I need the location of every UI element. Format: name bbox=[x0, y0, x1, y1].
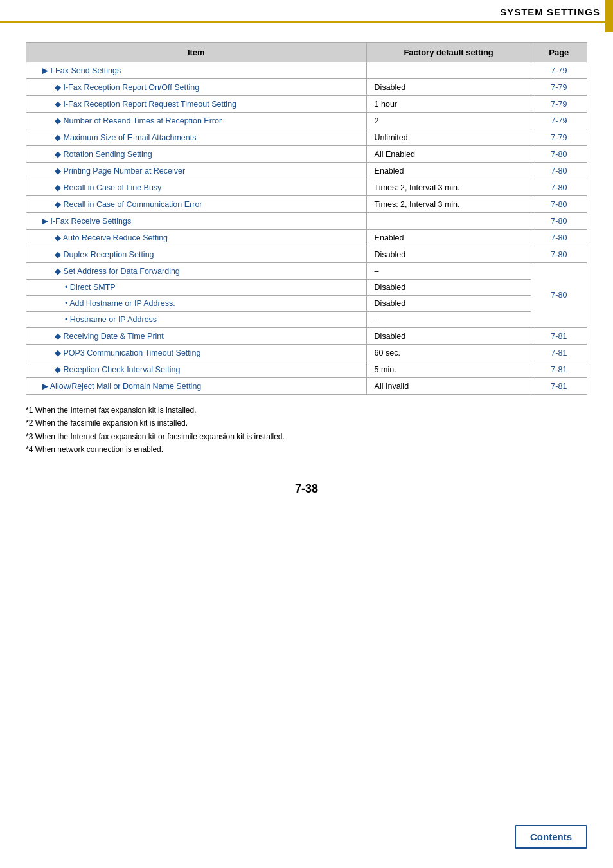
item-cell: ▶ I-Fax Send Settings bbox=[26, 62, 367, 79]
default-cell: 60 sec. bbox=[366, 345, 531, 361]
item-cell: ◆ Receiving Date & Time Print bbox=[26, 328, 367, 345]
table-row: ▶ Allow/Reject Mail or Domain Name Setti… bbox=[26, 378, 587, 395]
header-accent-bar bbox=[605, 0, 613, 32]
default-cell: Unlimited bbox=[366, 129, 531, 146]
table-row: ◆ Printing Page Number at ReceiverEnable… bbox=[26, 163, 587, 179]
default-cell: 2 bbox=[366, 113, 531, 129]
footnote-item: *3 When the Internet fax expansion kit o… bbox=[26, 430, 587, 443]
col-header-factory: Factory default setting bbox=[366, 43, 531, 62]
page-cell: 7-79 bbox=[531, 79, 587, 96]
item-cell: ◆ Recall in Case of Communication Error bbox=[26, 196, 367, 213]
item-cell: ◆ Set Address for Data Forwarding bbox=[26, 263, 367, 280]
page-cell: 7-80 bbox=[531, 213, 587, 230]
page-cell: 7-79 bbox=[531, 96, 587, 113]
table-row: ◆ Recall in Case of Communication ErrorT… bbox=[26, 196, 587, 213]
table-row: • Direct SMTPDisabled bbox=[26, 280, 587, 296]
item-cell: ◆ Rotation Sending Setting bbox=[26, 146, 367, 163]
item-cell: ◆ Recall in Case of Line Busy bbox=[26, 179, 367, 196]
default-cell: Disabled bbox=[366, 79, 531, 96]
table-row: ◆ Duplex Reception SettingDisabled7-80 bbox=[26, 246, 587, 263]
item-cell: • Hostname or IP Address bbox=[26, 312, 367, 328]
default-cell: Disabled bbox=[366, 296, 531, 312]
default-cell: – bbox=[366, 263, 531, 280]
col-header-page: Page bbox=[531, 43, 587, 62]
item-cell: • Direct SMTP bbox=[26, 280, 367, 296]
page-title: SYSTEM SETTINGS bbox=[500, 6, 600, 17]
default-cell bbox=[366, 213, 531, 230]
page-header: SYSTEM SETTINGS bbox=[0, 0, 613, 23]
item-cell: ◆ Duplex Reception Setting bbox=[26, 246, 367, 263]
item-cell: ◆ Number of Resend Times at Reception Er… bbox=[26, 113, 367, 129]
page-cell: 7-80 bbox=[531, 230, 587, 246]
default-cell: Enabled bbox=[366, 230, 531, 246]
item-cell: ◆ Printing Page Number at Receiver bbox=[26, 163, 367, 179]
table-row: ◆ Auto Receive Reduce SettingEnabled7-80 bbox=[26, 230, 587, 246]
page-cell: 7-79 bbox=[531, 113, 587, 129]
table-row: ◆ I-Fax Reception Report Request Timeout… bbox=[26, 96, 587, 113]
footnote-item: *2 When the facsimile expansion kit is i… bbox=[26, 417, 587, 429]
page-cell: 7-80 bbox=[531, 163, 587, 179]
default-cell: All Enabled bbox=[366, 146, 531, 163]
table-row: ▶ I-Fax Send Settings7-79 bbox=[26, 62, 587, 79]
default-cell: 1 hour bbox=[366, 96, 531, 113]
page-cell: 7-79 bbox=[531, 129, 587, 146]
footnote-item: *4 When network connection is enabled. bbox=[26, 443, 587, 456]
page-cell: 7-80 bbox=[531, 246, 587, 263]
item-cell: ◆ I-Fax Reception Report On/Off Setting bbox=[26, 79, 367, 96]
default-cell: Disabled bbox=[366, 328, 531, 345]
col-header-item: Item bbox=[26, 43, 367, 62]
item-cell: ◆ Reception Check Interval Setting bbox=[26, 361, 367, 378]
table-row: ▶ I-Fax Receive Settings7-80 bbox=[26, 213, 587, 230]
default-cell: Times: 2, Interval 3 min. bbox=[366, 196, 531, 213]
item-cell: ◆ I-Fax Reception Report Request Timeout… bbox=[26, 96, 367, 113]
item-cell: ◆ Auto Receive Reduce Setting bbox=[26, 230, 367, 246]
default-cell: – bbox=[366, 312, 531, 328]
page-cell: 7-80 bbox=[531, 179, 587, 196]
footnote-item: *1 When the Internet fax expansion kit i… bbox=[26, 404, 587, 417]
default-cell: Disabled bbox=[366, 280, 531, 296]
item-cell: • Add Hostname or IP Address. bbox=[26, 296, 367, 312]
page-cell: 7-79 bbox=[531, 62, 587, 79]
table-row: ◆ Reception Check Interval Setting5 min.… bbox=[26, 361, 587, 378]
item-cell: ◆ Maximum Size of E-mail Attachments bbox=[26, 129, 367, 146]
table-row: • Add Hostname or IP Address.Disabled bbox=[26, 296, 587, 312]
default-cell: 5 min. bbox=[366, 361, 531, 378]
default-cell: Disabled bbox=[366, 246, 531, 263]
table-row: • Hostname or IP Address– bbox=[26, 312, 587, 328]
main-content: Item Factory default setting Page ▶ I-Fa… bbox=[0, 23, 613, 509]
table-row: ◆ I-Fax Reception Report On/Off SettingD… bbox=[26, 79, 587, 96]
page-cell: 7-80 bbox=[531, 146, 587, 163]
default-cell: All Invalid bbox=[366, 378, 531, 395]
page-cell: 7-80 bbox=[531, 196, 587, 213]
page-number: 7-38 bbox=[26, 482, 587, 496]
contents-button[interactable]: Contents bbox=[515, 825, 587, 849]
table-row: ◆ POP3 Communication Timeout Setting60 s… bbox=[26, 345, 587, 361]
default-cell: Enabled bbox=[366, 163, 531, 179]
table-row: ◆ Receiving Date & Time PrintDisabled7-8… bbox=[26, 328, 587, 345]
footnotes-section: *1 When the Internet fax expansion kit i… bbox=[26, 404, 587, 457]
page-cell: 7-81 bbox=[531, 361, 587, 378]
item-cell: ▶ I-Fax Receive Settings bbox=[26, 213, 367, 230]
page-cell: 7-80 bbox=[531, 263, 587, 328]
table-row: ◆ Maximum Size of E-mail AttachmentsUnli… bbox=[26, 129, 587, 146]
table-row: ◆ Rotation Sending SettingAll Enabled7-8… bbox=[26, 146, 587, 163]
settings-table: Item Factory default setting Page ▶ I-Fa… bbox=[26, 42, 587, 395]
page-cell: 7-81 bbox=[531, 345, 587, 361]
page-cell: 7-81 bbox=[531, 328, 587, 345]
default-cell bbox=[366, 62, 531, 79]
table-row: ◆ Recall in Case of Line BusyTimes: 2, I… bbox=[26, 179, 587, 196]
default-cell: Times: 2, Interval 3 min. bbox=[366, 179, 531, 196]
table-row: ◆ Number of Resend Times at Reception Er… bbox=[26, 113, 587, 129]
table-row: ◆ Set Address for Data Forwarding–7-80 bbox=[26, 263, 587, 280]
page-cell: 7-81 bbox=[531, 378, 587, 395]
item-cell: ▶ Allow/Reject Mail or Domain Name Setti… bbox=[26, 378, 367, 395]
item-cell: ◆ POP3 Communication Timeout Setting bbox=[26, 345, 367, 361]
